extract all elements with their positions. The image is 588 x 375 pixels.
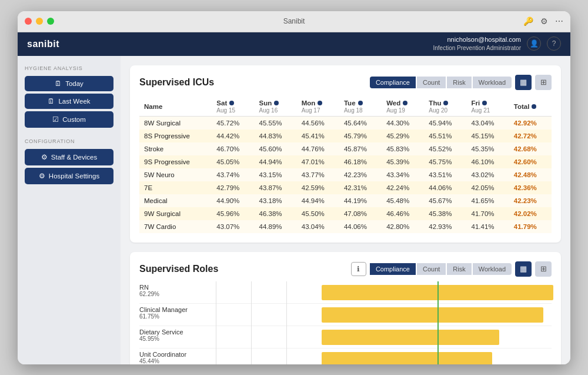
icu-section-title: Supervised ICUs — [139, 77, 214, 88]
role-name: RN — [139, 284, 216, 291]
table-row: 8S Progressive44.42%44.83%45.41%45.79%45… — [139, 130, 552, 142]
icu-data-cell: 46.70% — [212, 142, 254, 155]
staff-devices-button[interactable]: ⚙ Staff & Devices — [25, 149, 113, 165]
icu-data-cell: 41.65% — [467, 194, 509, 207]
bar-col-cell — [286, 281, 322, 304]
table-row: 9S Progressive45.05%44.94%47.01%46.18%45… — [139, 155, 552, 168]
icu-data-cell: 47.08% — [339, 207, 382, 220]
role-label-col: RN 62.29% — [139, 281, 216, 303]
custom-button[interactable]: ☑ Custom — [25, 111, 113, 128]
main-content: HYGIENE ANALYSIS 🗓 Today 🗓 Last Week ☑ C… — [18, 56, 570, 364]
bar-fill — [322, 352, 492, 364]
icu-data-cell: 43.04% — [297, 220, 339, 233]
bar-track — [216, 304, 552, 326]
roles-tab-group: ℹ Compliance Count Risk Workload ▦ ⊞ — [351, 261, 552, 277]
table-row: 8W Surgical45.72%45.55%44.56%45.64%44.30… — [139, 116, 552, 130]
minimize-dot[interactable] — [36, 18, 43, 25]
title-bar-right: 🔑 ⚙ ⋯ — [523, 16, 563, 26]
list-item: RN 62.29% — [139, 281, 552, 304]
tab-count[interactable]: Count — [417, 77, 446, 88]
icu-data-cell: 46.18% — [339, 155, 382, 168]
icu-data-cell: 45.41% — [297, 130, 339, 142]
icu-data-cell: 43.02% — [467, 168, 509, 181]
icu-data-cell: 45.94% — [424, 116, 466, 130]
info-icon-btn[interactable]: ℹ — [351, 262, 366, 276]
table-header-row: Name Sat Aug 15 Sun Aug 16 — [139, 97, 552, 117]
icu-data-cell: 45.67% — [424, 194, 466, 207]
icu-data-cell: 42.93% — [424, 220, 466, 233]
hospital-settings-button[interactable]: ⚙ Hospital Settings — [25, 168, 113, 184]
staff-icon: ⚙ — [41, 153, 48, 161]
icu-data-cell: 45.55% — [255, 116, 297, 130]
roles-tab-compliance[interactable]: Compliance — [370, 263, 416, 275]
roles-tab-count[interactable]: Count — [417, 263, 446, 275]
role-name: Dietary Service — [139, 328, 216, 336]
close-dot[interactable] — [25, 18, 32, 25]
hospital-icon: ⚙ — [39, 172, 45, 180]
icu-total-cell: 42.60% — [509, 155, 552, 168]
icu-data-cell: 43.34% — [382, 168, 424, 181]
today-button[interactable]: 🗓 Today — [25, 76, 113, 91]
icu-section: Supervised ICUs Compliance Count Risk Wo… — [130, 65, 561, 243]
calendar-icon-2: 🗓 — [48, 98, 55, 105]
icu-data-cell: 45.48% — [382, 194, 424, 207]
green-threshold-line — [437, 281, 439, 304]
icu-data-cell: 45.75% — [424, 155, 466, 168]
role-pct: 45.95% — [139, 336, 216, 342]
bar-track — [216, 281, 553, 304]
window-controls — [25, 18, 54, 25]
custom-icon: ☑ — [52, 115, 59, 124]
more-icon[interactable]: ⋯ — [555, 16, 563, 26]
icu-data-cell: 44.89% — [255, 220, 297, 233]
app-logo: sanibit — [27, 39, 59, 49]
help-icon[interactable]: ? — [547, 36, 561, 51]
green-threshold-line — [437, 326, 439, 349]
icu-data-cell: 42.05% — [467, 181, 509, 194]
bar-chart-icon-btn[interactable]: ▦ — [515, 75, 532, 90]
roles-tab-workload[interactable]: Workload — [473, 263, 512, 275]
green-threshold-line — [437, 304, 439, 326]
col-tue: Tue Aug 18 — [339, 97, 382, 117]
icu-data-cell: 44.90% — [212, 194, 254, 207]
user-email: nnicholson@hospital.com — [433, 35, 521, 44]
bar-col-cell — [216, 281, 251, 304]
role-pct: 62.29% — [139, 291, 216, 297]
icu-data-cell: 43.15% — [255, 168, 297, 181]
roles-bar-chart: RN 62.29%Clinical Manager 61.75%Dietary … — [139, 281, 552, 364]
icu-data-cell: 44.94% — [255, 155, 297, 168]
list-item: Unit Coordinator 45.44% — [139, 349, 552, 364]
icu-data-cell: 45.83% — [382, 142, 424, 155]
maximize-dot[interactable] — [47, 18, 54, 25]
roles-section: Supervised Roles ℹ Compliance Count Risk… — [130, 252, 561, 364]
gear-icon[interactable]: ⚙ — [540, 16, 548, 26]
key-icon[interactable]: 🔑 — [523, 16, 533, 26]
icu-total-cell: 42.36% — [509, 181, 552, 194]
icu-data-cell: 45.29% — [382, 130, 424, 142]
roles-tab-risk[interactable]: Risk — [447, 263, 471, 275]
role-name: Clinical Manager — [139, 306, 216, 313]
icu-name-cell: Stroke — [139, 142, 212, 155]
icu-tab-group: Compliance Count Risk Workload ▦ ⊞ — [370, 75, 552, 90]
icu-name-cell: 8S Progressive — [139, 130, 212, 142]
tab-risk[interactable]: Risk — [447, 77, 471, 88]
grid-icon-btn[interactable]: ⊞ — [535, 75, 552, 90]
roles-grid-btn[interactable]: ⊞ — [535, 261, 552, 277]
bar-col-cell — [216, 349, 251, 364]
bar-track — [216, 326, 552, 349]
icu-data-cell: 44.76% — [297, 142, 339, 155]
tab-workload[interactable]: Workload — [473, 77, 512, 88]
window-title: Sanibit — [283, 17, 305, 25]
table-row: Medical44.90%43.18%44.94%44.19%45.48%45.… — [139, 194, 552, 207]
roles-bar-chart-btn[interactable]: ▦ — [515, 261, 532, 277]
tab-compliance[interactable]: Compliance — [370, 77, 416, 88]
user-avatar-icon[interactable]: 👤 — [527, 36, 541, 51]
icu-total-cell: 42.23% — [509, 194, 552, 207]
last-week-button[interactable]: 🗓 Last Week — [25, 94, 113, 109]
bar-col-cell — [251, 304, 286, 326]
last-week-label: Last Week — [58, 98, 90, 105]
table-row: 5W Neuro43.74%43.15%43.77%42.23%43.34%43… — [139, 168, 552, 181]
icu-data-cell: 47.01% — [297, 155, 339, 168]
icu-data-cell: 41.41% — [467, 220, 509, 233]
app-container: sanibit nnicholson@hospital.com Infectio… — [18, 32, 570, 364]
bar-fill — [322, 307, 543, 323]
